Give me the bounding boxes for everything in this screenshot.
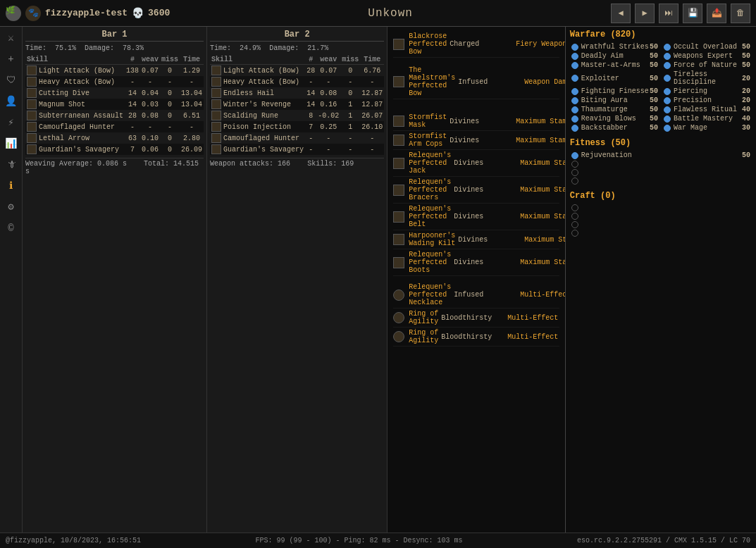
bar1-damage-val: 78.3% [123,44,144,52]
warfare-left: Thaumaturge [571,106,628,113]
equip-icon [393,257,404,268]
equip-name[interactable]: Stormfist Mask [409,113,447,129]
equip-name[interactable]: Relequen's Perfected Belt [409,205,451,228]
warfare-dot [571,88,578,95]
sidebar-icon-dagger[interactable]: 🗡 [4,158,18,172]
equip-name[interactable]: The Maelstrom's Perfected Bow [409,66,455,97]
delete-button[interactable]: 🗑 [731,4,750,23]
status-center: FPS: 99 (99 - 100) - Ping: 82 ms - Desyn… [255,537,462,544]
warfare-skill-value: 40 [742,115,750,123]
bar2-time-label: Time: [210,44,231,52]
skip-button[interactable]: ⏭ [659,4,678,23]
warfare-grid: Wrathful Strikes 50 Occult Overload 50 D… [570,42,752,132]
warfare-skill-row: Thaumaturge 50 [570,105,659,114]
skill-weav: - [316,144,340,155]
warfare-skill-name: Backstabber [581,124,628,132]
sidebar-icon-copyright[interactable]: © [4,221,18,235]
bar1-time-label: Time: [25,44,47,52]
warfare-skill-value: 20 [742,75,750,82]
skill-miss: 0 [160,65,180,77]
warfare-skill-row: Wrathful Strikes 50 [570,42,659,51]
sidebar-icon-info[interactable]: ℹ [4,179,18,193]
craft-section: Craft (0) [570,191,752,237]
avatar-icon: 🐾 [25,6,41,21]
skill-icon [211,88,221,98]
skill-label: Light Attack (Bow) [39,67,115,75]
table-row: Cutting Dive 14 0.04 0 13.04 [25,87,204,99]
sidebar-icon-lightning[interactable]: ⚡ [4,116,18,130]
sidebar-icon-add[interactable]: + [4,52,18,66]
armor-list: Stormfist Mask Divines Maximum Stamina S… [393,112,559,276]
list-item: Relequen's Perfected Necklace Infused Mu… [393,282,559,309]
table-row: Scalding Rune 8 -0.02 1 26.07 [210,110,384,121]
warfare-skill-row: Reaving Blows 50 [570,114,659,123]
equip-name[interactable]: Relequen's Perfected Boots [409,251,451,274]
equip-name[interactable]: Relequen's Perfected Necklace [409,283,451,306]
equip-name[interactable]: Ring of Agility [409,329,438,344]
skill-time: 26.07 [360,110,384,121]
statusbar: @fizzyapple, 10/8/2023, 16:56:51 FPS: 99… [0,533,756,548]
weapon-list: Blackrose Perfected Bow Charged Fiery We… [393,31,559,106]
skill-hash: 7 [305,121,316,132]
bar1-stats: Time: 75.1% Damage: 78.3% [25,44,204,52]
equip-name[interactable]: Blackrose Perfected Bow [409,32,447,56]
sidebar-icon-swords[interactable]: ⚔ [4,31,18,45]
skill-icon [27,99,37,109]
table-row: Heavy Attack (Bow) - - - - [25,76,204,87]
craft-empty-dot [571,204,578,211]
skill-name: Light Attack (Bow) [210,65,305,77]
skill-miss: 0 [160,87,180,99]
warfare-skill-name: War Mage [674,124,707,132]
skill-weav: 0.06 [140,144,160,155]
bar2-stats: Time: 24.9% Damage: 21.7% [210,44,384,52]
warfare-dot [664,125,671,132]
equip-trait: Bloodthirsty [441,314,504,322]
skill-label: Guardian's Savagery [223,146,304,154]
export-button[interactable]: 📤 [707,4,726,23]
warfare-left: Flawless Ritual [664,106,737,113]
save-button[interactable]: 💾 [683,4,702,23]
warfare-skill-row: Force of Nature 50 [662,61,752,70]
sidebar-icon-chart[interactable]: 📊 [4,137,18,151]
skill-time: 12.87 [360,99,384,110]
skill-hash: - [125,121,140,132]
warfare-skill-name: Flawless Ritual [674,106,737,113]
equip-name[interactable]: Ring of Agility [409,310,438,325]
skill-miss: 0 [340,65,360,77]
skill-label: Poison Injection [223,123,291,131]
equip-enchant: Maximum Stamina [520,186,566,194]
play-button[interactable]: ▶ [635,4,655,23]
list-item: Blackrose Perfected Bow Charged Fiery We… [393,31,559,58]
skill-miss: - [340,76,360,87]
warfare-skill-row: Fighting Finesse 50 [570,87,659,96]
b2-col-weav: weav [316,55,340,65]
warfare-dot [664,44,671,51]
warfare-dot [664,116,671,123]
skill-name: Poison Injection [210,121,305,132]
warfare-left: Fighting Finesse [571,87,649,95]
warfare-dot [571,97,578,104]
skill-hash: 28 [125,110,140,121]
warfare-skill-value: 50 [650,96,658,104]
b2-col-hash: # [305,55,316,65]
equip-name[interactable]: Harpooner's Wading Kilt [409,232,455,247]
status-left: @fizzyapple, 10/8/2023, 16:56:51 [6,537,141,544]
sidebar-icon-person[interactable]: 👤 [4,94,18,108]
table-row: Camouflaged Hunter - - - - [25,121,204,132]
skill-name: Heavy Attack (Bow) [25,76,125,87]
warfare-left: Weapons Expert [664,52,733,60]
bar1-time-val: 75.1% [55,44,76,52]
warfare-skill-row: Tireless Discipline 20 [662,70,752,87]
skill-weav: - [316,132,340,144]
bar1-damage-label: Damage: [85,44,114,52]
equip-name[interactable]: Stormfist Arm Cops [409,132,447,148]
skill-icon [27,66,37,75]
equip-name[interactable]: Relequen's Perfected Bracers [409,178,451,201]
sidebar-icon-shield[interactable]: 🛡 [4,73,18,87]
sidebar-icon-gear[interactable]: ⚙ [4,200,18,214]
skill-name: Light Attack (Bow) [25,65,125,77]
prev-button[interactable]: ◀ [611,4,631,23]
equip-name[interactable]: Relequen's Perfected Jack [409,151,451,175]
warfare-skill-row: Backstabber 50 [570,123,659,132]
skill-icon [211,77,221,87]
